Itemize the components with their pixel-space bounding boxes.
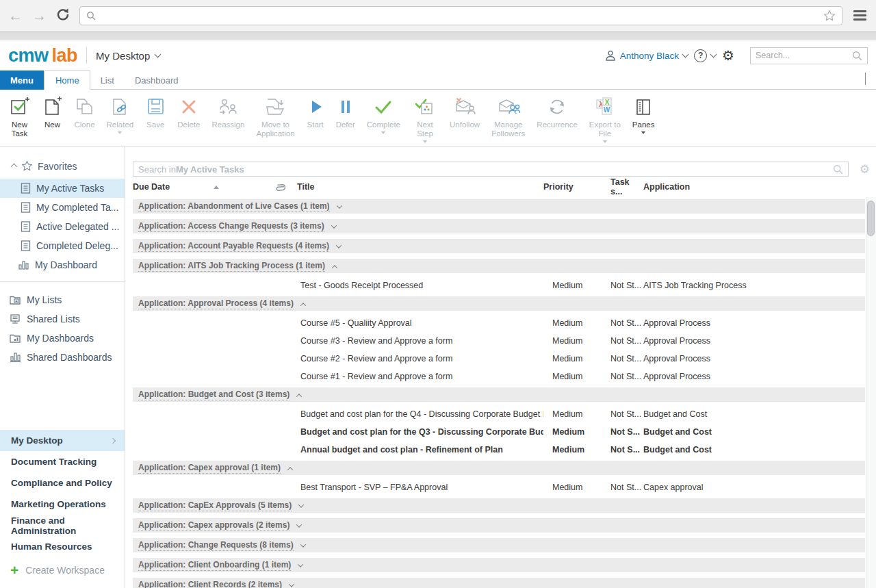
- column-header-attachment[interactable]: [263, 181, 297, 193]
- sidebar-workspace-document-tracking[interactable]: Document Tracking: [0, 451, 125, 472]
- defer-button[interactable]: Defer: [330, 94, 361, 129]
- column-header-application[interactable]: Application: [643, 182, 865, 192]
- next-step-icon: [412, 96, 438, 118]
- list-search-input[interactable]: Search in My Active Tasks: [133, 162, 849, 177]
- sidebar-workspace-compliance-and-policy[interactable]: Compliance and Policy: [0, 472, 125, 494]
- sidebar-item-shared-dashboards[interactable]: Shared Dashboards: [0, 348, 125, 367]
- task-row[interactable]: Budget and cost plan for the Q3 - Discus…: [133, 423, 865, 441]
- group-row[interactable]: Application: AITS Job Tracking Process (…: [133, 259, 865, 277]
- group-toggle-icon[interactable]: [300, 303, 306, 308]
- task-row[interactable]: Course #5 - Qualiity Approval Medium Not…: [133, 314, 865, 332]
- favorites-header[interactable]: Favorites: [0, 160, 125, 179]
- defer-icon: [337, 96, 354, 118]
- group-row[interactable]: Application: Account Payable Requests (4…: [133, 239, 865, 257]
- delete-icon: [179, 96, 199, 118]
- related-button[interactable]: Related: [101, 94, 140, 134]
- group-row[interactable]: Application: Change Requests (8 items): [133, 538, 865, 556]
- bookmark-star-icon[interactable]: [823, 10, 836, 22]
- group-row[interactable]: Application: Capex approval (1 item): [133, 461, 865, 478]
- list-icon: [21, 183, 31, 194]
- group-toggle-icon[interactable]: [296, 522, 302, 527]
- column-header-title[interactable]: Title: [297, 182, 543, 192]
- collapse-ribbon-button[interactable]: [865, 73, 866, 85]
- group-toggle-icon[interactable]: [298, 561, 303, 567]
- sidebar-item-my-lists[interactable]: My Lists: [0, 290, 125, 309]
- group-toggle-icon[interactable]: [336, 242, 342, 248]
- group-row[interactable]: Application: Access Change Requests (3 i…: [133, 219, 865, 237]
- group-toggle-icon[interactable]: [289, 581, 294, 587]
- vertical-scrollbar[interactable]: [866, 197, 876, 588]
- group-toggle-icon[interactable]: [332, 265, 337, 270]
- scrollbar-thumb[interactable]: [867, 201, 875, 236]
- group-row[interactable]: Application: Client Records (2 items): [133, 578, 865, 588]
- sidebar-item-completed-delegated[interactable]: Completed Deleg...: [0, 236, 125, 255]
- task-row[interactable]: Test - Goods Receipt Processed Medium No…: [133, 277, 865, 294]
- address-bar[interactable]: [79, 6, 842, 25]
- complete-button[interactable]: Complete: [361, 94, 406, 134]
- task-row[interactable]: Course #3 - Review and Approve a form Me…: [133, 332, 865, 350]
- tab-dashboard[interactable]: Dashboard: [125, 71, 189, 90]
- next-step-button[interactable]: Next Step: [407, 94, 444, 143]
- manage-followers-button[interactable]: Manage Followers: [486, 94, 531, 138]
- tab-list[interactable]: List: [90, 71, 125, 90]
- group-toggle-icon[interactable]: [300, 541, 305, 547]
- create-workspace-button[interactable]: + Create Workspace: [0, 564, 125, 576]
- task-row[interactable]: Budget and cost plan for the Q4 - Discus…: [133, 405, 865, 423]
- group-row[interactable]: Application: Abandonment of Live Cases (…: [133, 199, 865, 217]
- sidebar-workspace-my-desktop[interactable]: My Desktop: [0, 430, 125, 451]
- sidebar-item-my-completed-tasks[interactable]: My Completed Ta...: [0, 198, 125, 217]
- task-priority: Medium: [543, 445, 610, 455]
- task-row[interactable]: Best Transport - SVP – FP&A Approval Med…: [133, 478, 865, 496]
- group-row[interactable]: Application: Budget and Cost (3 items): [133, 387, 865, 405]
- start-button[interactable]: Start: [300, 94, 330, 129]
- reassign-button[interactable]: Reassign: [206, 94, 250, 129]
- sidebar-item-my-active-tasks[interactable]: My Active Tasks: [0, 179, 125, 198]
- task-row[interactable]: Annual budget and cost plan - Refinement…: [133, 441, 865, 459]
- list-settings-gear-icon[interactable]: ⚙: [860, 164, 870, 175]
- column-header-due-date[interactable]: Due Date: [133, 182, 263, 192]
- menu-button[interactable]: Menu: [0, 71, 44, 90]
- group-toggle-icon[interactable]: [298, 502, 304, 507]
- save-button[interactable]: Save: [140, 94, 172, 129]
- panes-button[interactable]: Panes: [626, 94, 660, 134]
- recurrence-button[interactable]: Recurrence: [531, 94, 583, 129]
- task-row[interactable]: Course #1 - Review and Approve a form Me…: [133, 368, 865, 385]
- new-task-button[interactable]: New Task: [3, 94, 36, 138]
- group-row[interactable]: Application: Approval Process (4 items): [133, 296, 865, 314]
- user-menu[interactable]: Anthony Black: [605, 50, 688, 61]
- browser-forward-button[interactable]: →: [32, 8, 47, 23]
- sidebar-item-shared-lists[interactable]: Shared Lists: [0, 309, 125, 329]
- column-header-task-state[interactable]: Task s...: [610, 177, 643, 196]
- sidebar-item-active-delegated[interactable]: Active Delegated ...: [0, 217, 125, 236]
- workspace-selector[interactable]: My Desktop: [96, 50, 160, 62]
- delete-button[interactable]: Delete: [172, 94, 206, 129]
- export-to-file-button[interactable]: λ X W Export to File: [583, 94, 626, 143]
- group-row[interactable]: Application: CapEx Approvals (5 items): [133, 498, 865, 516]
- group-toggle-icon[interactable]: [296, 394, 302, 399]
- sidebar-workspace-marketing-operations[interactable]: Marketing Operations: [0, 494, 125, 515]
- new-button[interactable]: New: [36, 94, 68, 129]
- column-header-priority[interactable]: Priority: [543, 182, 610, 192]
- unfollow-button[interactable]: Unfollow: [444, 94, 486, 129]
- group-toggle-icon[interactable]: [336, 203, 342, 208]
- browser-menu-button[interactable]: [852, 9, 868, 22]
- browser-refresh-button[interactable]: [56, 8, 70, 24]
- sidebar-item-my-dashboard[interactable]: My Dashboard: [0, 255, 125, 274]
- task-row[interactable]: Course #2 - Review and Approve a form Me…: [133, 350, 865, 368]
- clone-button[interactable]: Clone: [68, 94, 101, 129]
- sidebar-workspace-finance-and-administration[interactable]: Finance and Administration: [0, 515, 125, 536]
- group-row[interactable]: Application: Capex approvals (2 items): [133, 518, 865, 536]
- dropdown-caret-icon: [603, 140, 607, 143]
- help-menu[interactable]: ?: [694, 49, 716, 62]
- dropdown-caret-icon: [381, 131, 385, 134]
- group-row[interactable]: Application: Client Onboarding (1 item): [133, 558, 865, 576]
- sidebar-workspace-human-resources[interactable]: Human Resources: [0, 536, 125, 557]
- group-toggle-icon[interactable]: [331, 222, 336, 228]
- settings-gear-icon[interactable]: ⚙: [722, 49, 734, 62]
- group-toggle-icon[interactable]: [287, 467, 293, 472]
- browser-back-button[interactable]: ←: [8, 8, 23, 23]
- global-search-input[interactable]: Search...: [750, 47, 868, 64]
- sidebar-item-my-dashboards[interactable]: My Dashboards: [0, 329, 125, 348]
- tab-home[interactable]: Home: [44, 71, 90, 90]
- move-to-application-button[interactable]: Move to Application: [250, 94, 300, 138]
